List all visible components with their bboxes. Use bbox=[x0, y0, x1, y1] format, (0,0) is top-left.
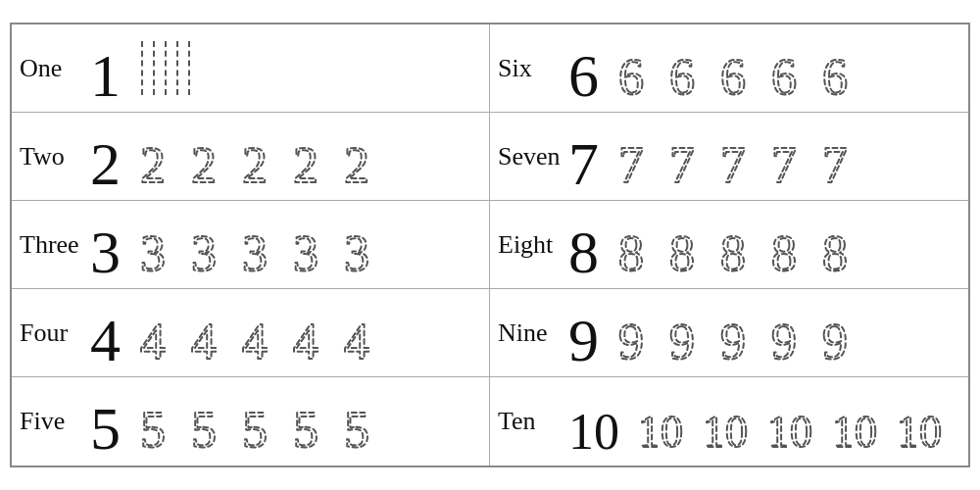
worksheet: One1Six666666Two222222Seven777777Three33… bbox=[10, 23, 970, 467]
svg-text:9: 9 bbox=[669, 314, 695, 369]
svg-text:7: 7 bbox=[822, 137, 848, 193]
svg-text:8: 8 bbox=[568, 219, 599, 285]
trace-num-eight-0: 8 bbox=[615, 212, 662, 278]
svg-text:6: 6 bbox=[771, 49, 797, 105]
trace-num-three-1: 3 bbox=[188, 212, 235, 278]
trace-container-two: 22222 bbox=[137, 123, 388, 190]
trace-num-two-1: 2 bbox=[188, 123, 235, 190]
trace-num-ten-4: 10 bbox=[894, 388, 955, 455]
solid-num-five: 5 bbox=[86, 386, 137, 457]
svg-text:3: 3 bbox=[140, 225, 166, 281]
svg-text:5: 5 bbox=[191, 402, 217, 458]
svg-text:4: 4 bbox=[242, 314, 268, 369]
trace-num-six-2: 6 bbox=[717, 35, 764, 102]
svg-text:6: 6 bbox=[669, 49, 695, 105]
trace-num-seven-0: 7 bbox=[615, 123, 662, 190]
svg-text:7: 7 bbox=[669, 137, 695, 193]
svg-text:6: 6 bbox=[720, 49, 746, 105]
svg-text:3: 3 bbox=[90, 219, 121, 285]
trace-num-six-4: 6 bbox=[819, 35, 866, 102]
trace-num-four-3: 4 bbox=[290, 300, 337, 367]
trace-container-six: 66666 bbox=[615, 35, 866, 102]
svg-text:4: 4 bbox=[191, 314, 217, 369]
svg-text:2: 2 bbox=[344, 137, 369, 193]
solid-num-six: 6 bbox=[564, 33, 615, 104]
row-five: Five555555 bbox=[12, 377, 490, 466]
label-six: Six bbox=[498, 54, 564, 83]
svg-text:9: 9 bbox=[771, 314, 797, 369]
trace-container-seven: 77777 bbox=[615, 123, 866, 190]
solid-num-one: 1 bbox=[86, 33, 137, 104]
row-nine: Nine999999 bbox=[490, 289, 968, 377]
trace-num-nine-0: 9 bbox=[615, 300, 662, 367]
svg-text:2: 2 bbox=[242, 137, 268, 193]
trace-num-four-0: 4 bbox=[137, 300, 184, 367]
row-eight: Eight888888 bbox=[490, 201, 968, 289]
label-five: Five bbox=[20, 407, 86, 436]
svg-text:10: 10 bbox=[767, 407, 812, 457]
svg-text:7: 7 bbox=[568, 130, 599, 197]
trace-line bbox=[141, 41, 143, 95]
trace-container-five: 55555 bbox=[137, 388, 388, 455]
trace-num-nine-1: 9 bbox=[666, 300, 713, 367]
svg-text:8: 8 bbox=[822, 225, 848, 281]
solid-num-three: 3 bbox=[86, 210, 137, 280]
svg-text:10: 10 bbox=[703, 407, 748, 457]
trace-line bbox=[176, 41, 178, 95]
svg-text:7: 7 bbox=[771, 137, 797, 193]
row-ten: Ten101010101010 bbox=[490, 377, 968, 466]
trace-num-five-4: 5 bbox=[341, 388, 388, 455]
svg-text:4: 4 bbox=[140, 314, 166, 369]
svg-text:4: 4 bbox=[344, 314, 369, 369]
svg-text:6: 6 bbox=[568, 42, 599, 109]
svg-text:10: 10 bbox=[638, 407, 683, 457]
svg-text:10: 10 bbox=[568, 404, 619, 460]
trace-line bbox=[188, 41, 190, 95]
svg-text:1: 1 bbox=[90, 42, 121, 109]
trace-line bbox=[165, 41, 167, 95]
solid-num-four: 4 bbox=[86, 298, 137, 368]
trace-num-seven-2: 7 bbox=[717, 123, 764, 190]
label-three: Three bbox=[20, 230, 86, 260]
trace-num-three-2: 3 bbox=[239, 212, 286, 278]
solid-num-eight: 8 bbox=[564, 210, 615, 280]
solid-num-nine: 9 bbox=[564, 298, 615, 368]
trace-num-seven-4: 7 bbox=[819, 123, 866, 190]
svg-text:9: 9 bbox=[822, 314, 848, 369]
trace-container-nine: 99999 bbox=[615, 300, 866, 367]
trace-num-two-3: 2 bbox=[290, 123, 337, 190]
trace-num-five-2: 5 bbox=[239, 388, 286, 455]
trace-num-eight-3: 8 bbox=[768, 212, 815, 278]
row-three: Three333333 bbox=[12, 201, 490, 289]
label-eight: Eight bbox=[498, 230, 564, 260]
label-four: Four bbox=[20, 318, 86, 348]
trace-num-nine-3: 9 bbox=[768, 300, 815, 367]
svg-text:3: 3 bbox=[293, 225, 318, 281]
trace-num-five-1: 5 bbox=[188, 388, 235, 455]
svg-text:10: 10 bbox=[897, 407, 942, 457]
trace-num-two-2: 2 bbox=[239, 123, 286, 190]
trace-num-three-0: 3 bbox=[137, 212, 184, 278]
trace-num-seven-3: 7 bbox=[768, 123, 815, 190]
svg-text:3: 3 bbox=[191, 225, 217, 281]
trace-num-ten-2: 10 bbox=[764, 388, 825, 455]
svg-text:2: 2 bbox=[140, 137, 166, 193]
svg-text:7: 7 bbox=[720, 137, 746, 193]
trace-num-six-3: 6 bbox=[768, 35, 815, 102]
row-six: Six666666 bbox=[490, 24, 968, 113]
svg-text:5: 5 bbox=[90, 395, 121, 462]
trace-container-ten: 1010101010 bbox=[635, 388, 955, 455]
trace-num-five-3: 5 bbox=[290, 388, 337, 455]
trace-num-nine-4: 9 bbox=[819, 300, 866, 367]
svg-text:3: 3 bbox=[344, 225, 369, 281]
trace-num-three-4: 3 bbox=[341, 212, 388, 278]
trace-lines-one bbox=[141, 41, 190, 95]
trace-num-eight-4: 8 bbox=[819, 212, 866, 278]
svg-text:2: 2 bbox=[90, 130, 121, 197]
trace-num-three-3: 3 bbox=[290, 212, 337, 278]
label-ten: Ten bbox=[498, 407, 564, 436]
label-one: One bbox=[20, 54, 86, 83]
svg-text:5: 5 bbox=[140, 402, 166, 458]
row-four: Four444444 bbox=[12, 289, 490, 377]
trace-num-ten-1: 10 bbox=[700, 388, 760, 455]
